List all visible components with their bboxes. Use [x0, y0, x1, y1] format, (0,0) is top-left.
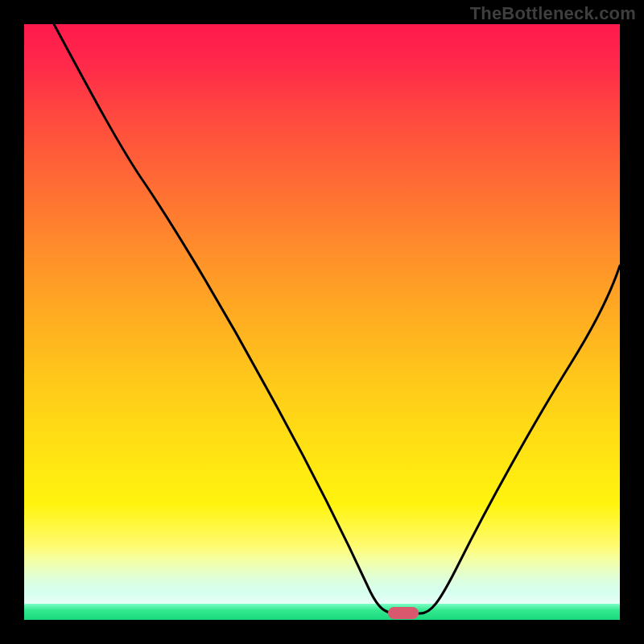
curve-svg [24, 24, 620, 620]
bottleneck-curve [54, 24, 620, 613]
chart-stage: TheBottleneck.com [0, 0, 644, 644]
watermark-text: TheBottleneck.com [470, 3, 636, 24]
plot-area [24, 24, 620, 620]
optimal-marker [388, 607, 419, 619]
